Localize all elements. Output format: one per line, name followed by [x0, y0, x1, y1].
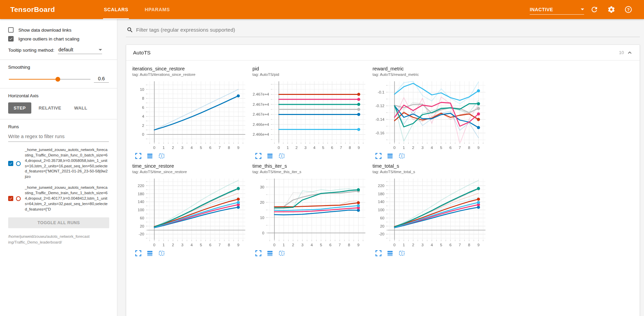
run-item[interactable]: _home_junweid_zouwu_autots_network_forec…: [8, 185, 109, 212]
svg-text:6: 6: [329, 243, 331, 247]
expand-chart-icon[interactable]: [255, 153, 262, 159]
tooltip-sorting-label: Tooltip sorting method:: [8, 48, 54, 53]
refresh-button[interactable]: [588, 3, 601, 16]
run-checkbox[interactable]: [8, 196, 13, 201]
tab-scalars[interactable]: SCALARS: [96, 0, 136, 19]
svg-text:5: 5: [200, 146, 202, 150]
svg-text:8: 8: [228, 146, 230, 150]
expand-chart-icon[interactable]: [135, 153, 142, 159]
chart-card-time_this_iter_s: time_this_iter_stag: AutoTS/time_this_it…: [252, 163, 373, 261]
chart-title: reward_metric: [373, 66, 493, 71]
svg-text:7: 7: [459, 243, 461, 247]
svg-text:8: 8: [468, 146, 470, 150]
run-name: _home_junweid_zouwu_autots_network_forec…: [25, 185, 108, 212]
toggle-all-runs-button[interactable]: TOGGLE ALL RUNS: [8, 217, 109, 228]
run-item[interactable]: _home_junweid_zouwu_autots_network_forec…: [8, 147, 109, 180]
chevron-down-icon: [99, 49, 102, 51]
svg-text:220: 220: [138, 184, 144, 188]
expand-chart-icon[interactable]: [375, 250, 382, 256]
checkbox-checked-icon[interactable]: [8, 36, 14, 41]
svg-text:3: 3: [422, 146, 424, 150]
log-scale-icon[interactable]: [147, 250, 153, 256]
chart-tag: tag: AutoTS/iterations_since_restore: [132, 72, 252, 77]
svg-text:2: 2: [142, 123, 144, 128]
run-radio[interactable]: [16, 196, 21, 201]
svg-text:0: 0: [393, 146, 395, 150]
log-scale-icon[interactable]: [267, 250, 273, 256]
tag-filter-input[interactable]: [136, 27, 639, 33]
chart-plot[interactable]: -0.1-0.12-0.14-0.160123456789: [373, 79, 488, 151]
svg-text:9: 9: [237, 243, 239, 247]
run-checkbox[interactable]: [8, 161, 13, 166]
svg-text:3: 3: [304, 146, 307, 150]
chart-plot[interactable]: 2201801401006020-200123456789: [132, 177, 248, 249]
fit-domain-icon[interactable]: [278, 153, 285, 159]
svg-text:4: 4: [431, 146, 433, 150]
log-scale-icon[interactable]: [387, 250, 393, 256]
chevron-down-icon: [581, 9, 584, 10]
autots-section-header[interactable]: AutoTS 10: [126, 45, 640, 61]
svg-text:-20: -20: [138, 232, 144, 236]
svg-text:140: 140: [378, 200, 384, 204]
chart-card-time_since_restore: time_since_restoretag: AutoTS/time_since…: [132, 163, 252, 261]
svg-text:8: 8: [349, 146, 351, 150]
svg-text:3: 3: [422, 243, 424, 247]
data-status-dropdown[interactable]: INACTIVE: [530, 4, 584, 15]
svg-text:-0.16: -0.16: [376, 131, 384, 135]
svg-text:30: 30: [260, 185, 264, 189]
slider-thumb[interactable]: [55, 77, 60, 82]
show-download-links-label: Show data download links: [18, 28, 71, 33]
settings-button[interactable]: [605, 3, 618, 16]
chart-plot[interactable]: 30201000123456789: [252, 177, 368, 249]
run-radio[interactable]: [16, 161, 21, 166]
smoothing-slider[interactable]: [9, 79, 90, 80]
axis-relative-button[interactable]: RELATIVE: [33, 102, 67, 114]
svg-text:220: 220: [378, 184, 384, 188]
chart-tag: tag: AutoTS/time_total_s: [373, 170, 493, 174]
log-scale-icon[interactable]: [147, 153, 153, 159]
fit-domain-icon[interactable]: [158, 153, 165, 159]
svg-text:8: 8: [468, 243, 470, 247]
svg-text:10: 10: [260, 216, 264, 220]
fit-domain-icon[interactable]: [398, 153, 405, 159]
show-download-links-checkbox-row[interactable]: Show data download links: [8, 27, 109, 33]
log-scale-icon[interactable]: [267, 153, 273, 159]
expand-chart-icon[interactable]: [375, 153, 382, 159]
svg-text:0: 0: [262, 231, 264, 235]
autots-section-card: AutoTS 10 iterations_since_restoretag: A…: [126, 45, 640, 316]
checkbox-unchecked-icon[interactable]: [8, 27, 14, 33]
svg-text:180: 180: [138, 192, 144, 196]
svg-text:2: 2: [292, 243, 294, 247]
svg-text:3: 3: [181, 243, 183, 247]
help-icon: ?: [625, 6, 632, 13]
tooltip-sorting-select[interactable]: default: [58, 46, 102, 54]
runs-filter-input[interactable]: [8, 134, 109, 139]
fit-domain-icon[interactable]: [398, 250, 405, 256]
svg-text:9: 9: [358, 146, 360, 150]
log-scale-icon[interactable]: [387, 153, 393, 159]
help-button[interactable]: ?: [622, 3, 635, 16]
svg-text:0: 0: [273, 243, 275, 247]
fit-domain-icon[interactable]: [278, 250, 285, 256]
smoothing-value[interactable]: 0.6: [94, 76, 109, 83]
chart-card-iterations_since_restore: iterations_since_restoretag: AutoTS/iter…: [132, 66, 252, 163]
chart-plot[interactable]: 2201801401006020-200123456789: [373, 177, 488, 249]
fit-domain-icon[interactable]: [158, 250, 165, 256]
axis-wall-button[interactable]: WALL: [69, 102, 93, 114]
axis-step-button[interactable]: STEP: [8, 102, 31, 114]
tag-filter[interactable]: [126, 24, 640, 37]
svg-text:5: 5: [440, 243, 442, 247]
svg-text:0: 0: [153, 243, 155, 247]
app-header: TensorBoard SCALARS HPARAMS INACTIVE ?: [0, 0, 644, 19]
tab-hparams[interactable]: HPARAMS: [136, 0, 178, 19]
expand-chart-icon[interactable]: [255, 250, 262, 256]
svg-text:100: 100: [378, 208, 384, 212]
expand-chart-icon[interactable]: [135, 250, 142, 256]
ignore-outliers-checkbox-row[interactable]: Ignore outliers in chart scaling: [8, 36, 109, 41]
svg-text:1: 1: [403, 146, 405, 150]
chart-plot[interactable]: 2.467e+42.467e+42.467e+42.466e+42.466e+4…: [252, 79, 368, 151]
svg-text:7: 7: [459, 146, 461, 150]
svg-text:6: 6: [331, 146, 333, 150]
chart-plot[interactable]: 10864200123456789: [132, 79, 248, 151]
chevron-up-icon[interactable]: [627, 50, 633, 56]
